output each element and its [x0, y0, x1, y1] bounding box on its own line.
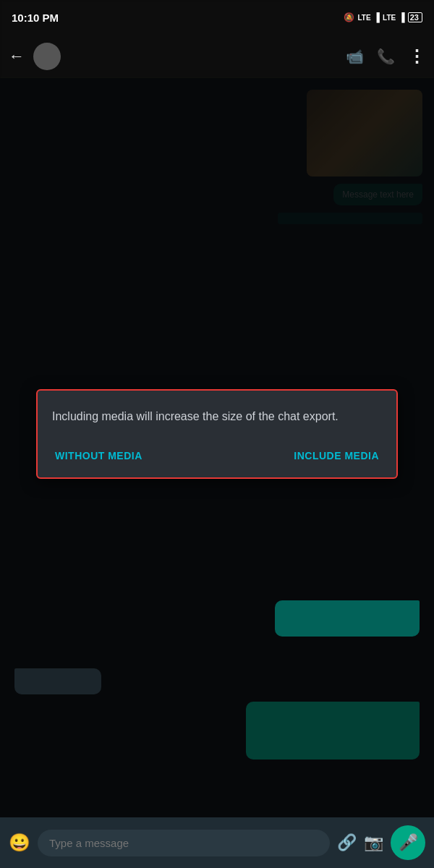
dialog-backdrop: Including media will increase the size o…: [0, 0, 434, 868]
include-media-button[interactable]: INCLUDE MEDIA: [291, 446, 382, 466]
export-chat-dialog: Including media will increase the size o…: [36, 389, 398, 479]
without-media-button[interactable]: WITHOUT MEDIA: [52, 446, 145, 466]
dialog-message: Including media will increase the size o…: [52, 408, 382, 425]
dialog-actions: WITHOUT MEDIA INCLUDE MEDIA: [52, 446, 382, 466]
